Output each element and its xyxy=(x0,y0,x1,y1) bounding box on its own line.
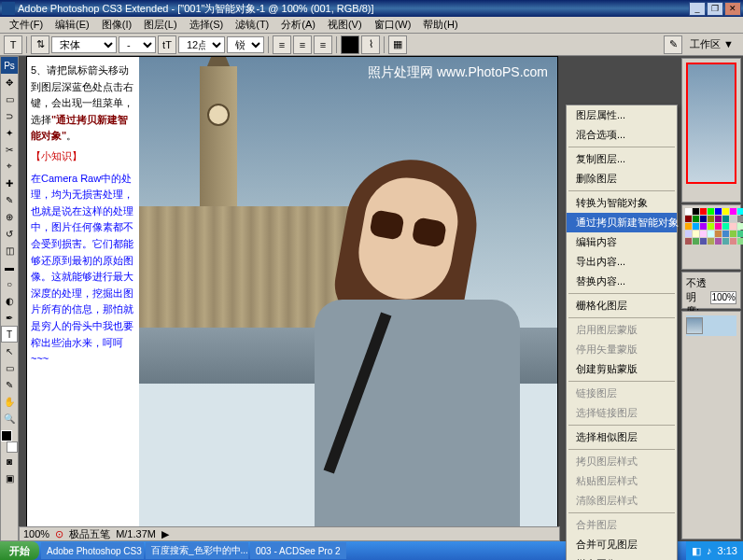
align-right-button[interactable]: ≡ xyxy=(314,35,332,54)
move-tool[interactable]: ✥ xyxy=(1,74,18,91)
color-swatch[interactable] xyxy=(722,238,729,245)
context-menu-item[interactable]: 复制图层... xyxy=(567,149,677,169)
menu-help[interactable]: 帮助(H) xyxy=(417,17,463,33)
context-menu-item[interactable]: 图层属性... xyxy=(567,105,677,125)
brush-tool[interactable]: ✎ xyxy=(1,191,18,208)
zoom-tool[interactable]: 🔍 xyxy=(1,410,18,427)
menu-analysis[interactable]: 分析(A) xyxy=(275,17,321,33)
color-swatch[interactable] xyxy=(693,238,699,245)
color-swatch[interactable] xyxy=(685,208,692,215)
font-style-select[interactable]: - xyxy=(119,36,156,53)
align-center-button[interactable]: ≡ xyxy=(293,35,312,54)
color-swatch[interactable] xyxy=(685,238,692,245)
start-button[interactable]: 开始 xyxy=(0,541,39,560)
color-swatch[interactable] xyxy=(737,208,743,215)
color-swatch[interactable] xyxy=(708,231,714,237)
color-swatch[interactable] xyxy=(730,238,736,245)
context-menu-item[interactable]: 编辑内容 xyxy=(567,232,677,252)
screenmode-button[interactable]: ▣ xyxy=(1,469,18,486)
eyedropper-tool[interactable]: ⌖ xyxy=(1,158,18,175)
menu-window[interactable]: 窗口(W) xyxy=(369,17,417,33)
wand-tool[interactable]: ✦ xyxy=(1,124,18,141)
color-swatch[interactable] xyxy=(715,231,722,237)
shape-tool[interactable]: ▭ xyxy=(1,359,18,376)
antialias-select[interactable]: 锐利 xyxy=(227,36,264,53)
menu-layer[interactable]: 图层(L) xyxy=(138,17,182,33)
layer-thumbnail[interactable] xyxy=(686,317,703,334)
tray-icon[interactable]: ◧ xyxy=(692,545,701,557)
char-palette-button[interactable]: ▦ xyxy=(388,35,407,54)
minimize-button[interactable]: _ xyxy=(689,2,706,16)
maximize-button[interactable]: ❐ xyxy=(707,2,723,16)
warp-text-button[interactable]: ⌇ xyxy=(361,35,380,54)
document-window[interactable]: 5、请把鼠标箭头移动到图层深蓝色处点击右键，会出现一组菜单，选择"通过拷贝新建智… xyxy=(26,56,558,530)
tray-icon[interactable]: ♪ xyxy=(707,545,712,556)
color-swatch[interactable] xyxy=(700,208,707,215)
workspace-menu[interactable]: 工作区 ▼ xyxy=(684,36,739,52)
color-swatch[interactable] xyxy=(708,223,714,230)
clock[interactable]: 3:13 xyxy=(718,545,737,556)
eraser-tool[interactable]: ◫ xyxy=(1,242,18,259)
color-swatch[interactable] xyxy=(715,238,722,245)
color-swatch[interactable] xyxy=(730,216,736,222)
color-swatch[interactable] xyxy=(737,231,743,237)
dodge-tool[interactable]: ◐ xyxy=(1,292,18,309)
navigator-thumbnail[interactable] xyxy=(686,63,736,184)
color-swatch[interactable] xyxy=(737,238,743,245)
foreground-color[interactable] xyxy=(1,430,12,441)
context-menu-item[interactable]: 混合选项... xyxy=(567,125,677,145)
color-swatch[interactable] xyxy=(708,208,714,215)
menu-file[interactable]: 文件(F) xyxy=(4,17,49,33)
menu-filter[interactable]: 滤镜(T) xyxy=(230,17,274,33)
color-swatch[interactable] xyxy=(693,223,699,230)
swatches-panel[interactable] xyxy=(681,204,741,270)
pen-tool[interactable]: ✒ xyxy=(1,309,18,326)
context-menu-item[interactable]: 通过拷贝新建智能对象 xyxy=(567,213,677,232)
hand-tool[interactable]: ✋ xyxy=(1,393,18,410)
blur-tool[interactable]: ○ xyxy=(1,275,18,292)
lasso-tool[interactable]: ⊃ xyxy=(1,107,18,124)
orientation-button[interactable]: ⇅ xyxy=(31,35,49,54)
context-menu-item[interactable]: 创建剪贴蒙版 xyxy=(567,359,677,379)
task-button[interactable]: 003 - ACDSee Pro 2 xyxy=(250,542,346,559)
text-color-button[interactable] xyxy=(341,35,359,54)
color-swatches[interactable] xyxy=(1,430,18,453)
marquee-tool[interactable]: ▭ xyxy=(1,91,18,107)
menu-select[interactable]: 选择(S) xyxy=(184,17,230,33)
color-swatch[interactable] xyxy=(730,223,736,230)
context-menu-item[interactable]: 删除图层 xyxy=(567,169,677,189)
menu-image[interactable]: 图像(I) xyxy=(96,17,137,33)
align-left-button[interactable]: ≡ xyxy=(273,35,291,54)
color-swatch[interactable] xyxy=(715,223,722,230)
path-tool[interactable]: ↖ xyxy=(1,343,18,359)
color-swatch[interactable] xyxy=(730,208,736,215)
context-menu-item[interactable]: 栅格化图层 xyxy=(567,296,677,315)
opacity-input[interactable]: 100% xyxy=(710,291,736,304)
color-swatch[interactable] xyxy=(693,208,699,215)
context-menu-item[interactable]: 替换内容... xyxy=(567,272,677,291)
notes-tool[interactable]: ✎ xyxy=(1,376,18,393)
font-size-select[interactable]: 12点 xyxy=(178,36,225,53)
color-swatch[interactable] xyxy=(693,216,699,222)
stamp-tool[interactable]: ⊕ xyxy=(1,208,18,225)
color-swatch[interactable] xyxy=(685,231,692,237)
color-swatch[interactable] xyxy=(715,208,722,215)
color-swatch[interactable] xyxy=(708,216,714,222)
context-menu-item[interactable]: 拼合图像 xyxy=(567,554,677,560)
color-swatch[interactable] xyxy=(722,216,729,222)
color-swatch[interactable] xyxy=(700,238,707,245)
color-swatch[interactable] xyxy=(700,231,707,237)
color-swatch[interactable] xyxy=(722,231,729,237)
context-menu-item[interactable]: 转换为智能对象 xyxy=(567,193,677,213)
brush-icon[interactable]: ✎ xyxy=(664,35,682,54)
color-swatch[interactable] xyxy=(715,216,722,222)
menu-edit[interactable]: 编辑(E) xyxy=(49,17,95,33)
color-swatch[interactable] xyxy=(722,223,729,230)
layers-panel[interactable] xyxy=(681,311,741,539)
font-family-select[interactable]: 宋体 xyxy=(51,36,117,53)
color-swatch[interactable] xyxy=(693,231,699,237)
color-swatch[interactable] xyxy=(737,216,743,222)
task-button[interactable]: Adobe Photoshop CS3 E... xyxy=(41,542,144,559)
crop-tool[interactable]: ✂ xyxy=(1,141,18,158)
context-menu-item[interactable]: 选择相似图层 xyxy=(567,427,677,447)
